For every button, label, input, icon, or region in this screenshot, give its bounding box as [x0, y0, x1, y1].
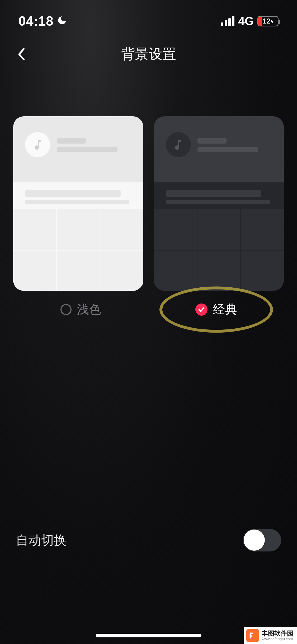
music-note-icon [166, 132, 191, 157]
theme-options [0, 74, 297, 291]
auto-switch-label: 自动切换 [16, 532, 67, 549]
radio-checked-icon [195, 303, 208, 316]
status-left: 04:18 [18, 13, 67, 29]
watermark-logo-icon [246, 629, 259, 642]
theme-preview-light[interactable] [13, 116, 143, 291]
theme-choice-dark[interactable]: 经典 [149, 301, 284, 318]
page-title: 背景设置 [0, 45, 297, 63]
music-note-icon [25, 132, 50, 157]
status-bar: 04:18 4G 12 [0, 0, 297, 34]
home-indicator[interactable] [96, 634, 201, 637]
watermark: 丰图软件园 www.dgfengtu.com [244, 627, 297, 644]
theme-choice-light[interactable]: 浅色 [13, 301, 149, 318]
choice-label-light: 浅色 [77, 301, 101, 318]
choice-label-dark: 经典 [213, 301, 237, 318]
status-right: 4G 12 [221, 15, 279, 28]
toggle-knob [244, 530, 265, 551]
signal-icon [221, 16, 234, 26]
svg-rect-2 [250, 635, 252, 637]
theme-choice-row: 浅色 经典 [0, 291, 297, 318]
watermark-name: 丰图软件园 [262, 630, 293, 637]
auto-switch-row: 自动切换 [0, 529, 297, 551]
radio-unchecked-icon [60, 304, 72, 315]
status-time: 04:18 [18, 13, 54, 29]
moon-icon [57, 13, 67, 29]
nav-bar: 背景设置 [0, 34, 297, 74]
battery-icon: 12 [257, 16, 279, 26]
network-label: 4G [238, 15, 254, 28]
back-button[interactable] [13, 46, 29, 62]
watermark-url: www.dgfengtu.com [262, 637, 293, 641]
theme-preview-dark[interactable] [154, 116, 284, 291]
auto-switch-toggle[interactable] [243, 529, 281, 551]
